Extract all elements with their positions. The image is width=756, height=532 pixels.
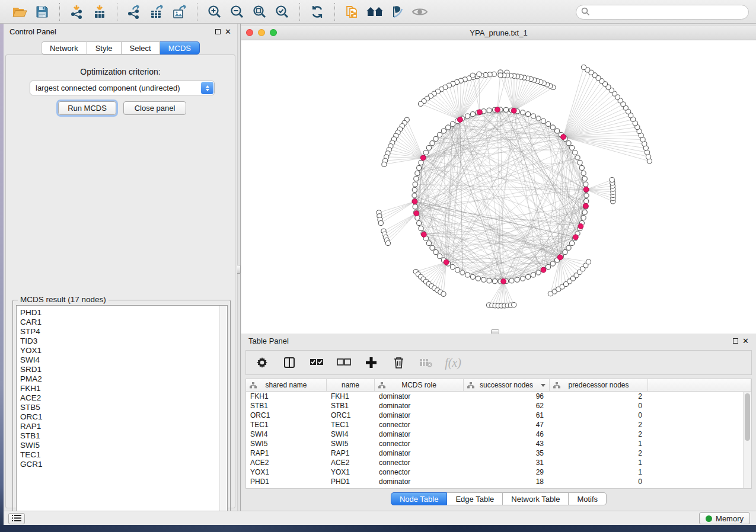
save-session-button[interactable]	[31, 2, 53, 21]
column-header-mcds-role[interactable]: MCDS role	[375, 379, 464, 391]
close-panel-icon[interactable]: ✕	[742, 338, 749, 344]
list-item[interactable]: SRD1	[20, 365, 227, 374]
table-scrollbar[interactable]	[743, 392, 751, 489]
list-item[interactable]: CAR1	[20, 318, 227, 327]
mcds-result-list[interactable]: PHD1 CAR1 STP4 TID3 YOX1 SWI4 SRD1 PMA2 …	[16, 305, 228, 517]
optimization-criterion-select[interactable]: largest connected component (undirected)	[30, 81, 215, 95]
table-row[interactable]: TEC1TEC1connector472	[246, 420, 751, 430]
float-panel-icon[interactable]	[215, 29, 221, 34]
table-row[interactable]: FKH1FKH1dominator962	[246, 392, 751, 401]
list-item[interactable]: FKH1	[20, 384, 227, 393]
list-item[interactable]: SWI5	[20, 441, 227, 450]
tab-motifs[interactable]: Motifs	[569, 492, 607, 505]
refresh-button[interactable]	[306, 2, 328, 21]
list-item[interactable]: PHD1	[20, 308, 227, 318]
list-item[interactable]: STB1	[20, 431, 227, 441]
table-row[interactable]: STB1STB1dominator620	[246, 401, 751, 411]
control-panel-tabs: Network Style Select MCDS	[4, 41, 237, 55]
import-network-icon	[70, 5, 84, 19]
list-item[interactable]: STB5	[20, 403, 227, 412]
list-item[interactable]: GCR1	[20, 460, 227, 469]
import-table-button[interactable]	[88, 2, 111, 21]
table-panel-title: Table Panel	[248, 336, 289, 345]
table-row[interactable]: RAP1RAP1dominator352	[246, 448, 751, 458]
search-icon	[581, 7, 592, 18]
run-mcds-button[interactable]: Run MCDS	[58, 101, 116, 115]
zoom-fit-button[interactable]	[248, 2, 271, 21]
open-file-button[interactable]	[8, 2, 31, 21]
zoom-out-button[interactable]	[226, 2, 248, 21]
task-history-button[interactable]	[8, 513, 25, 524]
list-item[interactable]: TID3	[20, 336, 227, 346]
toolbar-separator	[117, 3, 117, 21]
toolbar-separator	[334, 3, 335, 21]
float-panel-icon[interactable]	[733, 338, 738, 344]
tab-network-table[interactable]: Network Table	[503, 492, 569, 505]
deselect-all-rows-button[interactable]	[336, 354, 352, 371]
toolbar-separator	[197, 3, 197, 21]
mcds-result-title: MCDS result (17 nodes)	[18, 295, 109, 304]
tab-style[interactable]: Style	[87, 41, 122, 55]
export-network-button[interactable]	[123, 2, 146, 21]
export-table-button[interactable]	[146, 2, 168, 21]
network-view-window: YPA_prune.txt_1	[241, 25, 756, 334]
close-panel-icon[interactable]: ✕	[225, 29, 231, 34]
tab-select[interactable]: Select	[122, 41, 160, 55]
show-all-button[interactable]	[409, 2, 431, 21]
result-list-scrollbar[interactable]	[219, 306, 227, 516]
export-image-button[interactable]	[168, 2, 191, 21]
hide-selected-button[interactable]	[386, 2, 409, 21]
scrollbar-thumb[interactable]	[745, 393, 750, 441]
home-button[interactable]	[363, 2, 386, 21]
tab-network[interactable]: Network	[41, 41, 87, 55]
column-header-successor-nodes[interactable]: successor nodes	[464, 379, 550, 391]
zoom-in-button[interactable]	[203, 2, 226, 21]
tab-node-table[interactable]: Node Table	[391, 492, 448, 505]
import-table-icon	[92, 5, 107, 19]
table-row[interactable]: ACE2ACE2connector311	[246, 458, 751, 467]
network-canvas[interactable]	[241, 40, 756, 334]
application-window: Control Panel ✕ Network Style Select MCD…	[0, 0, 756, 532]
export-image-icon	[172, 5, 187, 19]
list-item[interactable]: TEC1	[20, 450, 227, 460]
zoom-out-icon	[230, 5, 244, 19]
control-panel-header: Control Panel ✕	[4, 24, 237, 39]
column-header-predecessor-nodes[interactable]: predecessor nodes	[550, 379, 648, 391]
select-all-rows-button[interactable]	[309, 354, 324, 371]
delete-column-button[interactable]	[391, 354, 406, 371]
list-item[interactable]: PMA2	[20, 374, 227, 384]
show-columns-button[interactable]	[282, 354, 297, 371]
table-header-row: shared name name MCDS role successor nod…	[246, 379, 751, 392]
table-toolbar: f(x)	[245, 350, 752, 375]
memory-button[interactable]: Memory	[699, 512, 750, 524]
column-header-shared-name[interactable]: shared name	[246, 379, 327, 391]
function-builder-button[interactable]: f(x)	[445, 354, 461, 371]
search-input[interactable]	[592, 7, 748, 18]
list-item[interactable]: RAP1	[20, 422, 227, 431]
table-settings-button[interactable]	[254, 354, 270, 371]
column-header-name[interactable]: name	[327, 379, 375, 391]
import-network-button[interactable]	[66, 2, 88, 21]
list-item[interactable]: ORC1	[20, 412, 227, 422]
delete-table-button[interactable]	[418, 354, 433, 371]
add-column-button[interactable]	[363, 354, 379, 371]
table-body: FKH1FKH1dominator962 STB1STB1dominator62…	[246, 392, 751, 486]
table-row[interactable]: SWI5SWI5connector431	[246, 439, 751, 448]
list-item[interactable]: ACE2	[20, 393, 227, 403]
list-item[interactable]: SWI4	[20, 355, 227, 365]
zoom-selected-button[interactable]	[271, 2, 294, 21]
home-icon	[366, 5, 384, 18]
tab-edge-table[interactable]: Edge Table	[447, 492, 503, 505]
search-field[interactable]	[576, 5, 749, 20]
list-item[interactable]: STP4	[20, 327, 227, 336]
table-row[interactable]: PHD1PHD1dominator180	[246, 477, 751, 486]
duplicate-network-button[interactable]	[341, 2, 363, 21]
column-type-icon	[378, 382, 385, 389]
close-panel-button[interactable]: Close panel	[123, 101, 186, 115]
tab-mcds[interactable]: MCDS	[160, 41, 200, 55]
table-row[interactable]: YOX1YOX1connector291	[246, 467, 751, 477]
table-row[interactable]: SWI4SWI4dominator462	[246, 430, 751, 439]
list-item[interactable]: YOX1	[20, 346, 227, 355]
table-row[interactable]: ORC1ORC1dominator610	[246, 411, 751, 420]
network-graph[interactable]	[241, 40, 756, 334]
